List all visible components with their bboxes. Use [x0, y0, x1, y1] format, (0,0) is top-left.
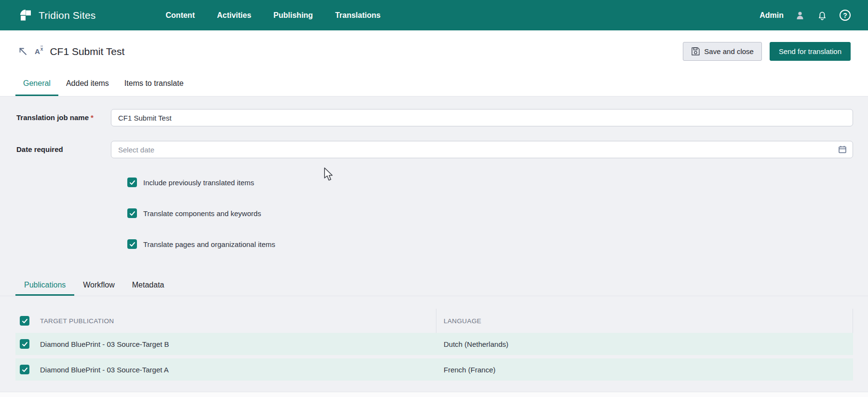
row2-checkbox[interactable] — [20, 365, 29, 374]
row1-target-cell: Diamond BluePrint - 03 Source-Target B — [15, 333, 436, 355]
user-icon[interactable] — [795, 11, 805, 20]
save-and-close-label: Save and close — [704, 47, 754, 55]
calendar-icon[interactable] — [838, 145, 847, 154]
table-header-col-language: LANGUAGE — [436, 317, 853, 325]
target-publication-header[interactable]: TARGET PUBLICATION — [40, 317, 114, 325]
save-and-close-button[interactable]: Save and close — [683, 42, 762, 61]
publications-table: TARGET PUBLICATION LANGUAGE Diamond Blue… — [15, 309, 853, 381]
job-name-input-wrap — [111, 109, 853, 126]
job-name-label-text: Translation job name — [16, 113, 89, 122]
help-icon[interactable]: ? — [840, 10, 851, 21]
header-actions: Save and close Send for translation — [683, 42, 851, 61]
subtab-publications[interactable]: Publications — [15, 276, 74, 296]
user-name[interactable]: Admin — [760, 11, 784, 20]
row2-publication-name: Diamond BluePrint - 03 Source-Target A — [40, 366, 169, 374]
page-header: Ax CF1 Submit Test Save and close Send f… — [0, 30, 868, 72]
subtab-metadata[interactable]: Metadata — [123, 276, 173, 296]
translate-components-checkbox[interactable] — [127, 208, 137, 218]
date-required-input[interactable] — [111, 141, 853, 158]
main-nav: Content Activities Publishing Translatio… — [166, 11, 381, 20]
table-header-row: TARGET PUBLICATION LANGUAGE — [15, 309, 853, 333]
tridion-logo-icon — [19, 9, 33, 22]
navigate-up-icon[interactable] — [18, 47, 28, 56]
sub-tabs: Publications Workflow Metadata — [0, 276, 868, 296]
translate-pages-label: Translate pages and organizational items — [143, 240, 275, 248]
send-for-translation-label: Send for translation — [779, 47, 841, 55]
job-name-field-row: Translation job name* — [16, 109, 853, 126]
date-required-label: Date required — [16, 141, 111, 153]
date-input-wrap — [111, 141, 853, 158]
row2-language: French (France) — [444, 366, 496, 374]
tab-added-items[interactable]: Added items — [58, 72, 117, 96]
include-previously-translated-checkbox[interactable] — [127, 178, 137, 187]
nav-item-activities[interactable]: Activities — [217, 11, 251, 20]
row2-language-cell: French (France) — [436, 366, 853, 374]
job-type-superscript: x — [41, 46, 43, 52]
bottom-strip — [0, 392, 868, 397]
include-previously-translated-label: Include previously translated items — [143, 178, 254, 187]
brand-name: Tridion Sites — [39, 10, 96, 21]
job-name-input[interactable] — [111, 109, 853, 126]
main-tabs: General Added items Items to translate — [0, 72, 868, 96]
send-for-translation-button[interactable]: Send for translation — [770, 42, 851, 61]
nav-item-content[interactable]: Content — [166, 11, 195, 20]
tab-items-to-translate[interactable]: Items to translate — [117, 72, 191, 96]
row1-language: Dutch (Netherlands) — [444, 340, 508, 348]
table-row[interactable]: Diamond BluePrint - 03 Source-Target A F… — [15, 358, 853, 381]
brand[interactable]: Tridion Sites — [19, 9, 96, 22]
row2-target-cell: Diamond BluePrint - 03 Source-Target A — [15, 358, 436, 381]
row1-publication-name: Diamond BluePrint - 03 Source-Target B — [40, 340, 169, 348]
translate-pages-row: Translate pages and organizational items — [127, 239, 868, 249]
row1-checkbox[interactable] — [20, 339, 29, 349]
nav-item-translations[interactable]: Translations — [335, 11, 380, 20]
translate-pages-checkbox[interactable] — [127, 239, 137, 249]
general-tab-panel: Translation job name* Date required — [0, 96, 868, 381]
top-navbar: Tridion Sites Content Activities Publish… — [0, 0, 868, 30]
translate-components-row: Translate components and keywords — [127, 208, 868, 218]
nav-item-publishing[interactable]: Publishing — [273, 11, 313, 20]
job-name-label: Translation job name* — [16, 109, 111, 122]
notifications-bell-icon[interactable] — [816, 10, 828, 21]
language-header[interactable]: LANGUAGE — [444, 317, 481, 325]
subtab-workflow[interactable]: Workflow — [74, 276, 123, 296]
page-title: CF1 Submit Test — [50, 46, 124, 57]
navbar-right: Admin ? — [760, 10, 851, 21]
translate-components-label: Translate components and keywords — [143, 209, 261, 218]
app-root: Tridion Sites Content Activities Publish… — [0, 0, 868, 381]
select-all-checkbox[interactable] — [20, 316, 29, 326]
required-marker: * — [91, 113, 94, 122]
job-type-letter: A — [35, 48, 40, 55]
date-required-field-row: Date required — [16, 141, 853, 158]
include-previously-translated-row: Include previously translated items — [127, 178, 868, 187]
table-header-col-target: TARGET PUBLICATION — [15, 309, 436, 333]
table-row[interactable]: Diamond BluePrint - 03 Source-Target B D… — [15, 333, 853, 355]
row1-language-cell: Dutch (Netherlands) — [436, 340, 853, 348]
tab-general[interactable]: General — [15, 72, 58, 96]
translation-job-icon: Ax — [35, 48, 43, 55]
save-floppy-icon — [691, 47, 700, 56]
